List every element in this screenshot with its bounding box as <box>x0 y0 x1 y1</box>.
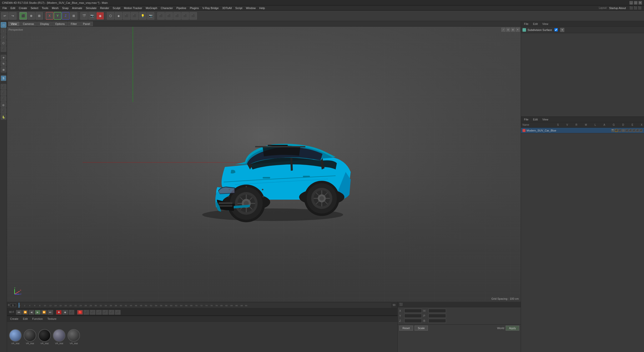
scale-button[interactable]: Scale <box>415 326 428 331</box>
pos-x-input[interactable] <box>404 309 422 313</box>
menu-select[interactable]: Select <box>29 6 40 10</box>
attr-tab-file[interactable]: File <box>522 22 531 26</box>
axis-world[interactable]: ⊞ <box>70 12 77 20</box>
render-active[interactable]: ◉ <box>96 12 104 20</box>
obj-ctrl-tag1[interactable]: ⬛ <box>615 129 618 132</box>
left-tool-extra-4[interactable]: ◎ <box>1 102 6 108</box>
subdivision-checkbox[interactable] <box>554 28 558 31</box>
menu-character[interactable]: Character <box>159 6 174 10</box>
polygons-mode[interactable]: ⬡ <box>1 40 6 46</box>
left-tool-extra-1[interactable]: ⬛ <box>1 84 6 90</box>
material-swatch-0[interactable]: VR_Mat <box>9 329 22 345</box>
render-to-picture[interactable]: 📷 <box>88 12 96 20</box>
obj-ctrl-cam[interactable]: 📷 <box>611 129 614 132</box>
rotate-active[interactable]: ↻ <box>1 61 6 66</box>
size-b-input[interactable] <box>428 319 446 323</box>
mat-tab-texture[interactable]: Texture <box>45 317 58 321</box>
startup-about[interactable]: Startup About <box>608 6 627 10</box>
edges-mode[interactable]: ⟋ <box>1 34 6 40</box>
left-tool-extra-3[interactable]: ⬛ <box>1 96 6 102</box>
menu-edit[interactable]: Edit <box>9 6 17 10</box>
keyframe-button[interactable]: ◆ <box>62 310 68 315</box>
loft-tool[interactable]: ⬛ <box>173 12 181 20</box>
points-mode[interactable]: · <box>1 28 6 34</box>
mat-tab-function[interactable]: Function <box>30 317 45 321</box>
apply-button[interactable]: Apply <box>506 326 519 331</box>
obj-ctrl-tag4[interactable]: ⬛ <box>625 129 628 132</box>
sweep-tool[interactable]: ⬛ <box>181 12 189 20</box>
vp-fullscreen[interactable]: ⤢ <box>501 28 505 32</box>
render-region[interactable]: 🎬 <box>80 12 88 20</box>
size-h-input[interactable] <box>428 309 446 313</box>
vp-split-h[interactable]: ⊟ <box>506 28 510 32</box>
obj-tab-view[interactable]: View <box>540 117 550 121</box>
left-tool-extra-6[interactable]: 🐍 <box>1 114 6 120</box>
render-btn-7[interactable]: ⬛ <box>115 310 120 315</box>
mat-tab-create[interactable]: Create <box>8 317 20 321</box>
camera-tool[interactable]: 📷 <box>147 12 154 20</box>
tab-panel[interactable]: Panel <box>80 22 93 26</box>
attr-tab-view[interactable]: View <box>540 22 550 26</box>
object-mode[interactable]: ◻ <box>1 22 6 28</box>
next-frame-button[interactable]: ⏩ <box>41 310 47 315</box>
sphere-tool[interactable]: ◈ <box>115 12 122 20</box>
restore-button[interactable]: □ <box>634 1 637 5</box>
menu-mograph[interactable]: MoGraph <box>144 6 159 10</box>
render-btn-6[interactable]: ⬛ <box>109 310 114 315</box>
vp-split-v[interactable]: ⊞ <box>511 28 515 32</box>
obj-ctrl-tag7[interactable]: ⬛ <box>636 129 639 132</box>
attr-tab-edit[interactable]: Edit <box>531 22 540 26</box>
menu-simulate[interactable]: Simulate <box>84 6 98 10</box>
undo-button[interactable]: ↩ <box>1 12 9 20</box>
menu-script[interactable]: Script <box>234 6 244 10</box>
menu-mesh[interactable]: Mesh <box>50 6 60 10</box>
size-p-input[interactable] <box>428 314 446 318</box>
menu-pipeline[interactable]: Pipeline <box>175 6 188 10</box>
scale-tool[interactable]: ⊞ <box>35 12 43 20</box>
obj-tab-file[interactable]: File <box>522 117 531 121</box>
array-tool[interactable]: ⬛ <box>157 12 165 20</box>
timeline-frame-input[interactable]: 1 <box>10 303 16 307</box>
play-back-button[interactable]: ◀ <box>29 310 34 315</box>
material-swatch-3[interactable]: VR_Mat <box>53 329 65 345</box>
plane-tool[interactable]: ⬛ <box>131 12 138 20</box>
s-icon[interactable]: S <box>1 75 6 81</box>
timeline-ruler-marks[interactable]: 0 2 4 6 8 10 12 14 16 18 20 <box>19 303 391 308</box>
subdivision-expand[interactable]: ▼ <box>560 28 564 32</box>
material-swatch-1[interactable]: VR_Mat <box>24 329 36 345</box>
reset-button[interactable]: Reset <box>399 326 413 331</box>
axis-z[interactable]: Z <box>62 12 69 20</box>
menu-sculpt[interactable]: Sculpt <box>111 6 122 10</box>
menu-animate[interactable]: Animate <box>71 6 84 10</box>
menu-snap[interactable]: Snap <box>61 6 70 10</box>
tab-view[interactable]: View <box>8 22 20 26</box>
light-tool[interactable]: 💡 <box>139 12 146 20</box>
render-btn-2[interactable]: ⬛ <box>84 310 89 315</box>
left-tool-extra-5[interactable]: ⬛ <box>1 108 6 114</box>
obj-ctrl-tag2[interactable]: ⬛ <box>618 129 621 132</box>
pos-y-input[interactable] <box>404 314 422 318</box>
prev-frame-button[interactable]: ⏪ <box>22 310 28 315</box>
render-btn-3[interactable]: ⬛ <box>90 310 95 315</box>
layout-icons[interactable]: ⬛ ⬛ ⬛ <box>628 6 643 10</box>
render-btn-5[interactable]: ⬛ <box>102 310 108 315</box>
menu-file[interactable]: File <box>1 6 9 10</box>
menu-vray[interactable]: V-Ray Bridge <box>201 6 220 10</box>
obj-tab-edit[interactable]: Edit <box>531 117 540 121</box>
close-button[interactable]: ✕ <box>638 1 642 5</box>
obj-row-0[interactable]: Modern_SUV_Car_Blue 📷 ⬛ ⬛ · ⬛ ⬛ ⬛ ⬛ ⬛ <box>521 128 644 133</box>
move-tool[interactable]: ⊕ <box>27 12 35 20</box>
tab-display[interactable]: Display <box>37 22 52 26</box>
mat-tab-edit[interactable]: Edit <box>21 317 30 321</box>
menu-create[interactable]: Create <box>17 6 29 10</box>
tab-options[interactable]: Options <box>52 22 67 26</box>
menu-window[interactable]: Window <box>244 6 257 10</box>
viewport-3d[interactable]: Perspective ⤢ ⊟ ⊞ ✕ <box>7 27 521 302</box>
goto-end-button[interactable]: ⏭ <box>48 310 53 315</box>
menu-render[interactable]: Render <box>99 6 111 10</box>
autokey-button[interactable]: ⬛ <box>69 310 74 315</box>
move-active[interactable]: ✛ <box>1 55 6 60</box>
render-btn-4[interactable]: ⬛ <box>96 310 102 315</box>
axis-x[interactable]: X <box>46 12 53 20</box>
goto-start-button[interactable]: ⏮ <box>16 310 22 315</box>
